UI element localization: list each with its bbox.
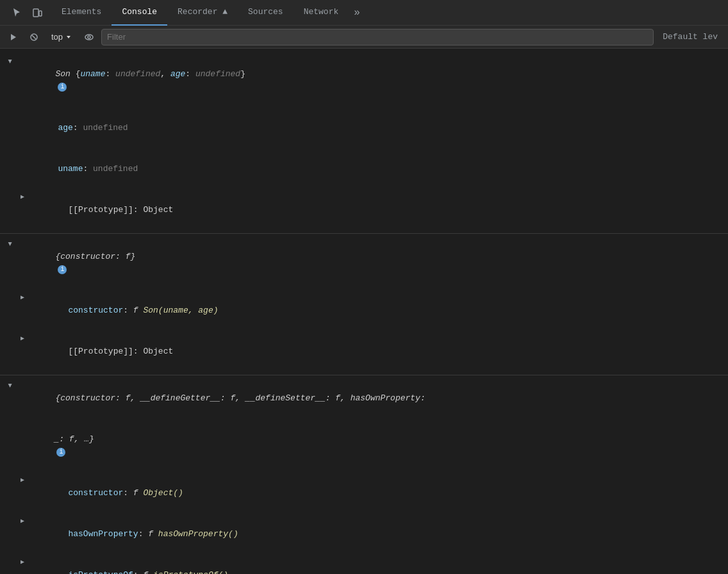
- tab-icons: [3, 4, 51, 22]
- info-badge-son[interactable]: i: [58, 83, 67, 92]
- info-badge-constructor[interactable]: i: [58, 265, 67, 274]
- clear-button[interactable]: [26, 29, 42, 45]
- expand-isprototypeof[interactable]: ▶: [18, 556, 27, 569]
- big-object-header[interactable]: ▶ {constructor: f, __defineGetter__: f, …: [0, 378, 728, 419]
- uname-property: uname: undefined: [0, 149, 728, 190]
- tab-sources[interactable]: Sources: [238, 0, 294, 26]
- info-badge-big[interactable]: i: [56, 448, 65, 457]
- console-content: ▶ Son {uname: undefined, age: undefined}…: [0, 49, 728, 574]
- expand-arrow-big[interactable]: ▶: [3, 381, 16, 390]
- prototype-constructor[interactable]: ▶ [[Prototype]]: Object: [0, 331, 728, 372]
- filter-input[interactable]: [101, 29, 654, 45]
- console-section-2: ▶ {constructor: f} i ▶ constructor: f So…: [0, 233, 728, 375]
- expand-arrow-son[interactable]: ▶: [3, 57, 16, 66]
- cursor-icon[interactable]: [8, 4, 26, 22]
- constructor-header[interactable]: ▶ {constructor: f} i: [0, 236, 728, 290]
- toolbar: top Default lev: [0, 26, 728, 49]
- eye-button[interactable]: [81, 29, 97, 45]
- svg-marker-5: [67, 36, 70, 38]
- console-section-1: ▶ Son {uname: undefined, age: undefined}…: [0, 51, 728, 233]
- svg-marker-2: [11, 34, 16, 40]
- hasownproperty[interactable]: ▶ hasOwnProperty: f hasOwnProperty(): [0, 514, 728, 555]
- expand-prototype-son[interactable]: ▶: [18, 191, 27, 204]
- tab-recorder[interactable]: Recorder ▲: [167, 0, 238, 26]
- expand-arrow-constructor[interactable]: ▶: [3, 240, 16, 249]
- expand-constructor-prop[interactable]: ▶: [18, 291, 27, 304]
- big-object-header-cont: _: f, …} i: [0, 419, 728, 473]
- tab-network[interactable]: Network: [294, 0, 349, 26]
- constructor-property[interactable]: ▶ constructor: f Son(uname, age): [0, 290, 728, 331]
- console-section-3: ▶ {constructor: f, __defineGetter__: f, …: [0, 375, 728, 574]
- tab-bar: Elements Console Recorder ▲ Sources Netw…: [0, 0, 728, 26]
- expand-hasownproperty[interactable]: ▶: [18, 515, 27, 528]
- svg-point-6: [85, 35, 93, 40]
- expand-constructor-obj[interactable]: ▶: [18, 474, 27, 487]
- svg-line-4: [32, 35, 36, 39]
- isprototypeof[interactable]: ▶ isPrototypeOf: f isPrototypeOf(): [0, 555, 728, 574]
- svg-rect-0: [33, 9, 38, 17]
- tab-elements[interactable]: Elements: [51, 0, 112, 26]
- age-property: age: undefined: [0, 108, 728, 149]
- son-header[interactable]: ▶ Son {uname: undefined, age: undefined}…: [0, 54, 728, 108]
- device-icon[interactable]: [28, 4, 46, 22]
- default-level: Default lev: [658, 32, 723, 42]
- tab-console[interactable]: Console: [112, 0, 167, 26]
- expand-prototype-constructor[interactable]: ▶: [18, 332, 27, 345]
- svg-point-7: [88, 36, 90, 38]
- svg-rect-1: [39, 11, 42, 16]
- constructor-obj[interactable]: ▶ constructor: f Object(): [0, 473, 728, 514]
- execute-button[interactable]: [5, 29, 22, 45]
- context-selector[interactable]: top: [46, 31, 77, 43]
- tab-more[interactable]: »: [349, 0, 365, 26]
- prototype-son[interactable]: ▶ [[Prototype]]: Object: [0, 190, 728, 231]
